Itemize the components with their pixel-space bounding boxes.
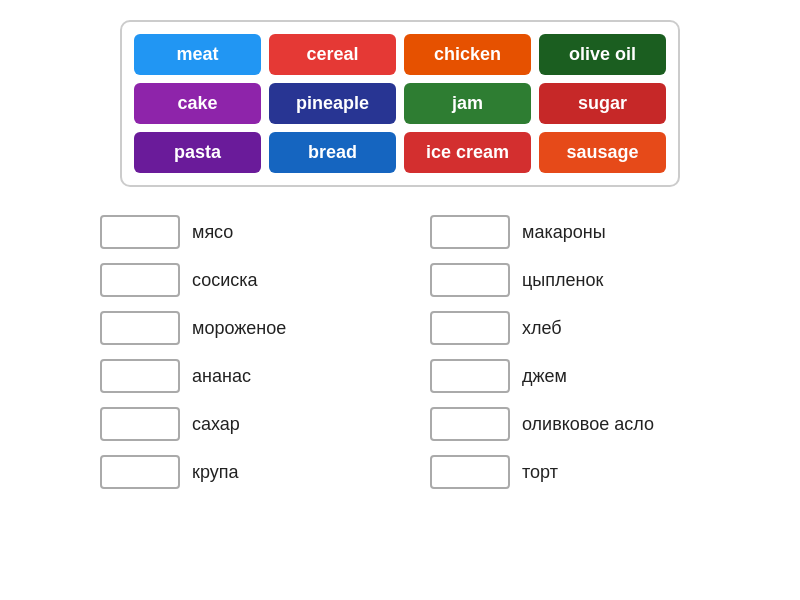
word-tile-cereal[interactable]: cereal bbox=[269, 34, 396, 75]
match-row-left-5: крупа bbox=[100, 455, 370, 489]
word-tile-sugar[interactable]: sugar bbox=[539, 83, 666, 124]
word-tile-meat[interactable]: meat bbox=[134, 34, 261, 75]
drop-box-left-2[interactable] bbox=[100, 311, 180, 345]
match-row-left-3: ананас bbox=[100, 359, 370, 393]
drop-box-right-2[interactable] bbox=[430, 311, 510, 345]
drop-box-right-4[interactable] bbox=[430, 407, 510, 441]
match-label-right-5: торт bbox=[522, 462, 558, 483]
match-label-right-2: хлеб bbox=[522, 318, 562, 339]
drop-box-left-3[interactable] bbox=[100, 359, 180, 393]
match-label-left-3: ананас bbox=[192, 366, 251, 387]
match-label-left-5: крупа bbox=[192, 462, 238, 483]
match-label-left-4: сахар bbox=[192, 414, 240, 435]
match-area: мясомакаронысосискацыпленокмороженоехлеб… bbox=[100, 215, 700, 489]
match-row-left-2: мороженое bbox=[100, 311, 370, 345]
word-tile-olive-oil[interactable]: olive oil bbox=[539, 34, 666, 75]
match-label-right-1: цыпленок bbox=[522, 270, 603, 291]
word-tile-pineaple[interactable]: pineaple bbox=[269, 83, 396, 124]
match-row-left-0: мясо bbox=[100, 215, 370, 249]
match-label-left-2: мороженое bbox=[192, 318, 286, 339]
word-bank: meatcerealchickenolive oilcakepineapleja… bbox=[120, 20, 680, 187]
match-row-right-4: оливковое асло bbox=[430, 407, 700, 441]
drop-box-right-3[interactable] bbox=[430, 359, 510, 393]
match-row-right-1: цыпленок bbox=[430, 263, 700, 297]
word-tile-jam[interactable]: jam bbox=[404, 83, 531, 124]
word-tile-cake[interactable]: cake bbox=[134, 83, 261, 124]
word-tile-bread[interactable]: bread bbox=[269, 132, 396, 173]
drop-box-left-0[interactable] bbox=[100, 215, 180, 249]
match-label-left-0: мясо bbox=[192, 222, 233, 243]
drop-box-right-0[interactable] bbox=[430, 215, 510, 249]
match-label-left-1: сосиска bbox=[192, 270, 258, 291]
word-tile-ice-cream[interactable]: ice cream bbox=[404, 132, 531, 173]
match-row-right-3: джем bbox=[430, 359, 700, 393]
match-row-left-4: сахар bbox=[100, 407, 370, 441]
match-label-right-0: макароны bbox=[522, 222, 606, 243]
match-label-right-4: оливковое асло bbox=[522, 414, 654, 435]
match-row-right-0: макароны bbox=[430, 215, 700, 249]
match-row-right-5: торт bbox=[430, 455, 700, 489]
drop-box-right-5[interactable] bbox=[430, 455, 510, 489]
word-tile-sausage[interactable]: sausage bbox=[539, 132, 666, 173]
word-tile-chicken[interactable]: chicken bbox=[404, 34, 531, 75]
drop-box-left-5[interactable] bbox=[100, 455, 180, 489]
drop-box-left-1[interactable] bbox=[100, 263, 180, 297]
match-label-right-3: джем bbox=[522, 366, 567, 387]
match-row-left-1: сосиска bbox=[100, 263, 370, 297]
drop-box-right-1[interactable] bbox=[430, 263, 510, 297]
drop-box-left-4[interactable] bbox=[100, 407, 180, 441]
match-row-right-2: хлеб bbox=[430, 311, 700, 345]
word-tile-pasta[interactable]: pasta bbox=[134, 132, 261, 173]
